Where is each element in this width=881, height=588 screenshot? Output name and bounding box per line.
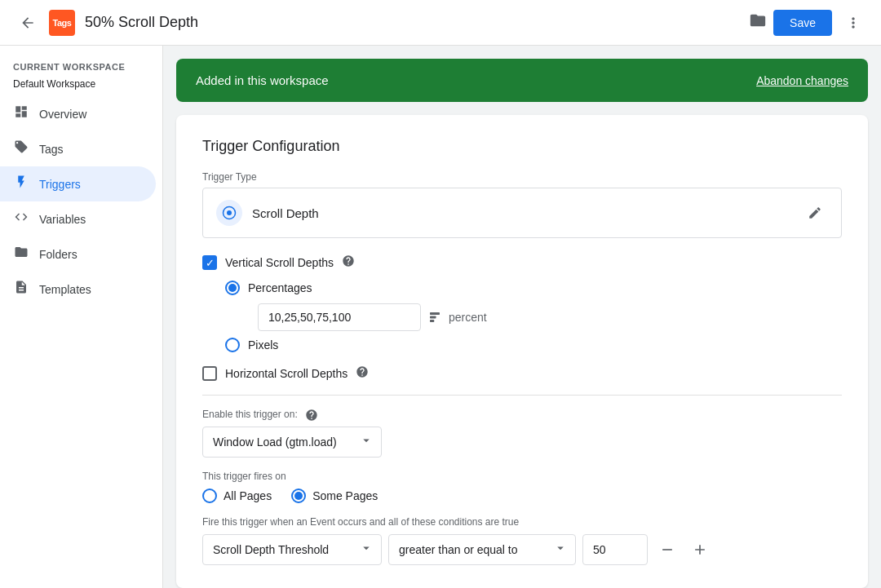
edit-trigger-type-button[interactable] [802, 200, 828, 226]
fires-on-radio-row: All Pages Some Pages [202, 489, 842, 503]
variables-icon [13, 210, 29, 228]
condition-operator-wrapper: greater than or equal to [388, 534, 576, 565]
app-logo: Tags [49, 10, 75, 36]
triggers-icon [13, 175, 29, 193]
some-pages-option: Some Pages [291, 489, 378, 503]
sidebar-item-overview[interactable]: Overview [0, 96, 156, 131]
main-layout: CURRENT WORKSPACE Default Workspace Over… [0, 46, 881, 588]
pixels-radio[interactable] [225, 338, 240, 352]
sidebar-item-templates[interactable]: Templates [0, 272, 156, 307]
trigger-type-box: Scroll Depth [202, 188, 842, 238]
sidebar-item-label-triggers: Triggers [39, 178, 81, 191]
some-pages-radio[interactable] [291, 489, 306, 503]
percentages-input-row: percent [258, 303, 842, 331]
fire-conditions-label: Fire this trigger when an Event occurs a… [202, 516, 842, 528]
main-content: Added in this workspace Abandon changes … [163, 46, 881, 588]
header: Tags 50% Scroll Depth Save [0, 0, 881, 46]
config-card: Trigger Configuration Trigger Type Scrol… [176, 115, 868, 588]
sidebar-item-label-overview: Overview [39, 108, 86, 121]
sidebar-section-label: CURRENT WORKSPACE [0, 55, 162, 75]
folders-icon [13, 245, 29, 263]
condition-value-input[interactable] [582, 534, 648, 565]
tags-icon [13, 139, 29, 158]
notification-banner: Added in this workspace Abandon changes [176, 59, 868, 102]
horizontal-scroll-help-icon[interactable] [356, 365, 369, 382]
scroll-depth-icon [216, 200, 242, 226]
trigger-type-left: Scroll Depth [216, 200, 319, 226]
all-pages-radio[interactable] [202, 489, 217, 503]
divider-1 [202, 395, 842, 396]
sidebar-item-label-folders: Folders [39, 248, 77, 261]
remove-condition-button[interactable] [654, 537, 680, 563]
enable-trigger-label: Enable this trigger on: [202, 409, 842, 422]
sidebar-item-label-templates: Templates [39, 283, 91, 296]
all-pages-option: All Pages [202, 489, 272, 503]
add-condition-button[interactable] [687, 537, 713, 563]
horizontal-scroll-label: Horizontal Scroll Depths [225, 367, 348, 380]
all-pages-label: All Pages [224, 489, 272, 502]
svg-rect-3 [430, 316, 436, 319]
abandon-changes-button[interactable]: Abandon changes [756, 74, 848, 87]
vertical-scroll-checkbox-row: ✓ Vertical Scroll Depths [202, 254, 842, 271]
percentages-radio-row: Percentages [225, 281, 842, 295]
fires-on-section: This trigger fires on All Pages Some Pag… [202, 471, 842, 503]
condition-row: Scroll Depth Threshold greater than or e… [202, 534, 842, 565]
enable-trigger-select[interactable]: Window Load (gtm.load) [202, 427, 382, 458]
sidebar-item-variables[interactable]: Variables [0, 201, 156, 237]
back-button[interactable] [13, 8, 42, 38]
sidebar-item-label-variables: Variables [39, 213, 86, 226]
page-title: 50% Scroll Depth [85, 14, 749, 31]
condition-field-select[interactable]: Scroll Depth Threshold [202, 534, 382, 565]
percentages-radio[interactable] [225, 281, 240, 295]
config-title: Trigger Configuration [202, 138, 842, 155]
percentages-label: Percentages [248, 281, 312, 294]
pixels-radio-row: Pixels [225, 338, 842, 352]
enable-trigger-help-icon[interactable] [305, 409, 318, 422]
enable-trigger-select-wrapper: Window Load (gtm.load) [202, 427, 382, 458]
vertical-scroll-label: Vertical Scroll Depths [225, 256, 334, 269]
condition-field-wrapper: Scroll Depth Threshold [202, 534, 382, 565]
sidebar-item-folders[interactable]: Folders [0, 237, 156, 272]
trigger-type-label: Trigger Type [202, 171, 842, 183]
templates-icon [13, 280, 29, 298]
folder-icon [749, 11, 767, 33]
svg-rect-4 [430, 320, 434, 322]
vertical-scroll-checkbox[interactable]: ✓ [202, 255, 217, 270]
trigger-type-name: Scroll Depth [252, 206, 319, 220]
sidebar-item-tags[interactable]: Tags [0, 131, 156, 166]
percentages-input[interactable] [258, 303, 421, 331]
save-button[interactable]: Save [773, 10, 832, 36]
notification-text: Added in this workspace [196, 73, 329, 87]
sidebar-item-label-tags: Tags [39, 143, 64, 156]
some-pages-label: Some Pages [312, 489, 378, 502]
more-options-button[interactable] [839, 8, 868, 38]
horizontal-scroll-checkbox-row: Horizontal Scroll Depths [202, 365, 842, 382]
enable-trigger-row: Enable this trigger on: Window Load (gtm… [202, 409, 842, 458]
horizontal-scroll-checkbox[interactable] [202, 366, 217, 381]
sidebar: CURRENT WORKSPACE Default Workspace Over… [0, 46, 163, 588]
percentages-edit-icon[interactable] [427, 310, 442, 325]
checkbox-check-icon: ✓ [206, 258, 215, 268]
vertical-scroll-help-icon[interactable] [342, 254, 355, 271]
svg-point-1 [227, 210, 232, 215]
sidebar-item-triggers[interactable]: Triggers [0, 166, 156, 201]
svg-rect-2 [430, 312, 440, 315]
condition-operator-select[interactable]: greater than or equal to [388, 534, 576, 565]
fire-conditions-section: Fire this trigger when an Event occurs a… [202, 516, 842, 565]
workspace-name: Default Workspace [0, 75, 162, 96]
header-actions: Save [773, 8, 868, 38]
percentages-radio-group: Percentages percent [225, 281, 842, 352]
pixels-label: Pixels [248, 338, 278, 351]
fires-on-label: This trigger fires on [202, 471, 842, 482]
overview-icon [13, 104, 29, 123]
percent-suffix: percent [449, 311, 487, 324]
